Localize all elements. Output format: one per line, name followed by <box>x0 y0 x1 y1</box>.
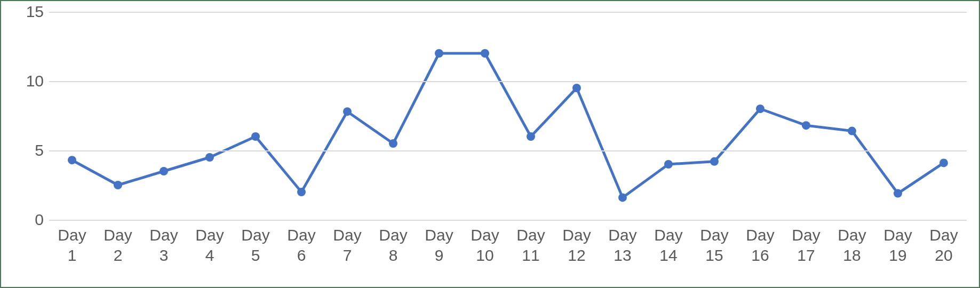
x-tick-label: Day 9 <box>416 225 462 278</box>
x-tick-label: Day 12 <box>554 225 600 278</box>
data-point <box>481 49 489 58</box>
x-tick-label: Day 15 <box>691 225 737 278</box>
data-point <box>756 105 764 113</box>
x-axis-labels: Day 1Day 2Day 3Day 4Day 5Day 6Day 7Day 8… <box>49 225 967 278</box>
x-tick-label: Day 6 <box>278 225 324 278</box>
x-tick-label: Day 18 <box>829 225 875 278</box>
gridline <box>49 81 967 82</box>
data-point <box>848 127 856 135</box>
data-point <box>664 160 673 169</box>
y-tick-label: 15 <box>17 3 44 21</box>
data-point <box>939 158 948 167</box>
data-point <box>894 189 902 198</box>
x-tick-label: Day 1 <box>49 225 95 278</box>
data-point <box>205 153 214 162</box>
chart-frame: 051015 Day 1Day 2Day 3Day 4Day 5Day 6Day… <box>0 0 980 288</box>
y-tick-label: 0 <box>17 211 44 229</box>
plot-area: 051015 <box>49 12 967 220</box>
data-point <box>802 121 810 130</box>
x-tick-label: Day 7 <box>324 225 370 278</box>
gridline <box>49 220 967 221</box>
gridline <box>49 12 967 13</box>
x-tick-label: Day 2 <box>95 225 141 278</box>
y-tick-label: 5 <box>17 141 44 159</box>
data-point <box>618 193 627 202</box>
line-series <box>49 12 967 220</box>
x-tick-label: Day 14 <box>646 225 691 278</box>
data-point <box>251 132 260 141</box>
x-tick-label: Day 16 <box>737 225 783 278</box>
x-tick-label: Day 11 <box>508 225 554 278</box>
y-tick-label: 10 <box>17 72 44 90</box>
data-point <box>527 132 535 141</box>
data-point <box>710 157 719 166</box>
x-tick-label: Day 17 <box>783 225 829 278</box>
x-tick-label: Day 20 <box>921 225 967 278</box>
data-point <box>389 139 397 148</box>
x-tick-label: Day 19 <box>875 225 921 278</box>
series-line <box>72 53 944 197</box>
x-tick-label: Day 5 <box>233 225 278 278</box>
data-point <box>343 107 352 116</box>
data-point <box>297 188 306 196</box>
data-point <box>160 167 168 175</box>
x-tick-label: Day 13 <box>600 225 646 278</box>
x-tick-label: Day 3 <box>141 225 187 278</box>
x-tick-label: Day 10 <box>462 225 508 278</box>
x-tick-label: Day 4 <box>187 225 233 278</box>
gridline <box>49 150 967 151</box>
data-point <box>572 84 581 92</box>
data-point <box>114 181 122 189</box>
data-point <box>435 49 443 58</box>
data-point <box>68 156 76 164</box>
x-tick-label: Day 8 <box>370 225 416 278</box>
